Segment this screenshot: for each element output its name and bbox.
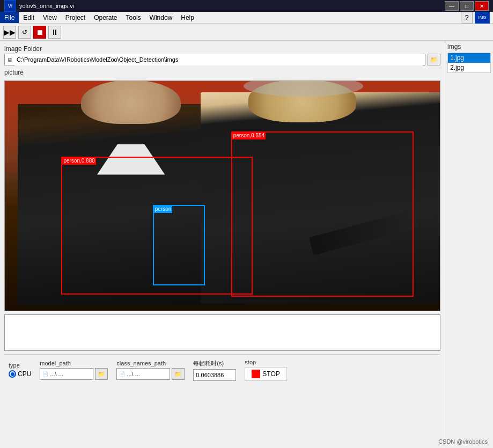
type-label: type xyxy=(9,362,31,369)
minimize-button[interactable]: — xyxy=(445,1,459,11)
radio-cpu-dot xyxy=(11,372,14,376)
radio-cpu[interactable] xyxy=(9,370,16,378)
stop-red-icon xyxy=(252,370,260,378)
menu-file[interactable]: File xyxy=(0,12,19,23)
window-title: yolov5_onnx_imgs.vi xyxy=(19,3,74,9)
photo-background xyxy=(5,81,440,311)
imgs-file-list: 1.jpg 2.jpg xyxy=(447,53,491,73)
image-folder-label: image Folder xyxy=(4,45,440,53)
picture-label: picture xyxy=(4,69,440,76)
model-path-value: ...\ ... xyxy=(50,371,63,377)
model-path-row: 📄 ...\ ... 📁 xyxy=(40,368,108,380)
watermark: CSDN @virobotics xyxy=(438,438,488,445)
refresh-button[interactable]: ↺ xyxy=(18,26,31,39)
class-names-group: class_names_path 📄 ...\ ... 📁 xyxy=(116,360,185,380)
class-names-value: ...\ ... xyxy=(127,371,139,377)
toolbar: ▶▶ ↺ ⏹ ⏸ xyxy=(0,24,493,41)
menu-view[interactable]: View xyxy=(39,12,61,23)
title-bar-controls: — □ ✕ xyxy=(445,1,489,11)
image-canvas: person,0.880 person,0.554 person xyxy=(5,81,440,311)
fps-label: 每帧耗时(s) xyxy=(193,359,236,368)
menu-project[interactable]: Project xyxy=(61,12,90,23)
file-item-2[interactable]: 2.jpg xyxy=(448,63,490,72)
class-names-label: class_names_path xyxy=(116,360,185,366)
stop-button[interactable]: STOP xyxy=(245,367,286,381)
log-textarea[interactable] xyxy=(4,314,440,351)
class-names-row: 📄 ...\ ... 📁 xyxy=(116,368,185,380)
menu-help[interactable]: Help xyxy=(176,12,198,23)
pause-button[interactable]: ⏸ xyxy=(48,26,61,39)
run-button[interactable]: ▶▶ xyxy=(3,26,16,39)
left-panel: image Folder 🖥 📁 picture xyxy=(0,41,445,448)
model-path-label: model_path xyxy=(40,360,108,366)
app-icon: VI xyxy=(4,0,16,12)
stop-group: stop STOP xyxy=(245,359,286,381)
fps-group: 每帧耗时(s) xyxy=(193,359,236,381)
stop-label: stop xyxy=(245,359,286,365)
right-panel: imgs 1.jpg 2.jpg xyxy=(445,41,493,448)
image-display-area: person,0.880 person,0.554 person xyxy=(4,80,440,311)
close-button[interactable]: ✕ xyxy=(475,1,489,11)
browse-folder-button[interactable]: 📁 xyxy=(428,54,440,65)
type-group: type CPU xyxy=(9,362,31,378)
title-bar: VI yolov5_onnx_imgs.vi — □ ✕ xyxy=(0,0,493,12)
menu-edit[interactable]: Edit xyxy=(19,12,39,23)
image-folder-input[interactable] xyxy=(14,54,423,65)
bottom-controls: type CPU model_path 📄 ...\ ... 📁 xyxy=(4,354,440,385)
left-person-collar xyxy=(97,144,165,174)
app-thumbnail: IMG xyxy=(475,12,490,24)
menu-bar: File Edit View Project Operate Tools Win… xyxy=(0,12,493,24)
maximize-button[interactable]: □ xyxy=(460,1,474,11)
fps-input[interactable] xyxy=(193,369,236,381)
cpu-radio-group: CPU xyxy=(9,370,31,378)
imgs-list-label: imgs xyxy=(447,43,491,50)
menu-tools[interactable]: Tools xyxy=(122,12,145,23)
menu-operate[interactable]: Operate xyxy=(90,12,121,23)
browse-model-button[interactable]: 📁 xyxy=(95,368,108,380)
file-item-1[interactable]: 1.jpg xyxy=(448,53,490,63)
left-person-head xyxy=(81,81,181,124)
stop-toolbar-button[interactable]: ⏹ xyxy=(33,26,46,39)
help-icon-button[interactable]: ? xyxy=(461,12,473,24)
browse-classes-button[interactable]: 📁 xyxy=(172,368,185,380)
main-content: image Folder 🖥 📁 picture xyxy=(0,41,493,448)
stop-btn-text: STOP xyxy=(262,370,279,378)
menu-window[interactable]: Window xyxy=(145,12,177,23)
image-folder-section: image Folder 🖥 📁 xyxy=(4,45,440,65)
path-row: 🖥 📁 xyxy=(4,54,440,65)
cpu-label: CPU xyxy=(18,370,31,378)
model-path-group: model_path 📄 ...\ ... 📁 xyxy=(40,360,108,380)
right-person xyxy=(201,92,440,304)
